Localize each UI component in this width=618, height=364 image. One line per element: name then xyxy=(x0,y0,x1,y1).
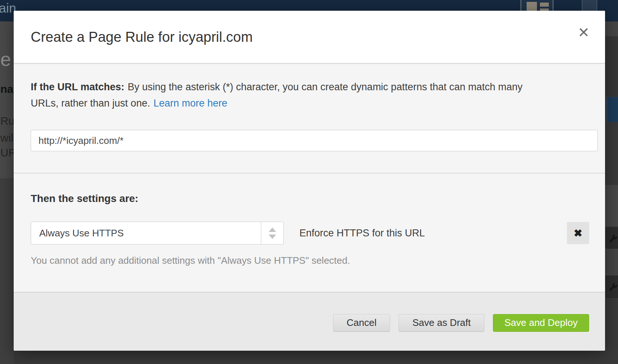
modal-footer: Cancel Save as Draft Save and Deploy xyxy=(14,292,605,351)
settings-section: Then the settings are: Always Use HTTPS … xyxy=(14,173,605,292)
select-spinner xyxy=(261,222,283,244)
url-match-description: If the URL matches:By using the asterisk… xyxy=(31,79,547,111)
settings-note: You cannot add any additional settings w… xyxy=(31,255,589,266)
modal-header: Create a Page Rule for icyapril.com ✕ xyxy=(14,11,605,64)
background-left-strip-lower xyxy=(0,178,14,364)
layout-icon-bar xyxy=(540,3,549,7)
wrench-icon xyxy=(608,233,618,243)
background-button-fragment xyxy=(582,0,597,12)
url-match-label: If the URL matches: xyxy=(31,81,124,92)
background-right-strip xyxy=(605,185,618,226)
url-pattern-input[interactable] xyxy=(31,130,598,151)
setting-select-value: Always Use HTTPS xyxy=(31,228,261,239)
save-deploy-button[interactable]: Save and Deploy xyxy=(493,314,589,332)
spinner-up-icon xyxy=(269,228,276,232)
setting-select[interactable]: Always Use HTTPS xyxy=(31,222,284,245)
setting-description: Enforce HTTPS for this URL xyxy=(299,228,425,239)
page-rule-modal: Create a Page Rule for icyapril.com ✕ If… xyxy=(14,11,605,351)
background-wrench-button xyxy=(606,228,618,249)
learn-more-link[interactable]: Learn more here xyxy=(154,98,228,109)
url-match-section: If the URL matches:By using the asterisk… xyxy=(14,64,605,173)
background-left-strip: e nav Ru will UR xyxy=(0,21,14,178)
background-text-fragment: nav xyxy=(0,83,14,95)
modal-title: Create a Page Rule for icyapril.com xyxy=(31,29,253,45)
background-text-fragment: will xyxy=(0,132,14,144)
save-draft-button[interactable]: Save as Draft xyxy=(399,314,484,332)
background-right-strip xyxy=(605,248,618,276)
settings-heading: Then the settings are: xyxy=(31,193,589,205)
close-icon: ✕ xyxy=(578,25,590,40)
remove-icon: ✖ xyxy=(574,228,582,239)
wrench-icon xyxy=(608,282,618,291)
setting-row: Always Use HTTPS Enforce HTTPS for this … xyxy=(31,222,589,245)
background-blue-button-fragment xyxy=(607,97,618,122)
background-right-strip xyxy=(605,36,618,96)
background-text-fragment: e xyxy=(0,48,11,70)
background-wrench-button xyxy=(606,276,618,298)
close-button[interactable]: ✕ xyxy=(576,24,591,41)
background-right-strip xyxy=(605,21,618,36)
remove-setting-button[interactable]: ✖ xyxy=(567,222,589,244)
background-text-fragment: Ru xyxy=(0,115,14,127)
cancel-button[interactable]: Cancel xyxy=(333,314,390,332)
spinner-down-icon xyxy=(269,235,276,239)
background-text-fragment: UR xyxy=(0,146,14,159)
